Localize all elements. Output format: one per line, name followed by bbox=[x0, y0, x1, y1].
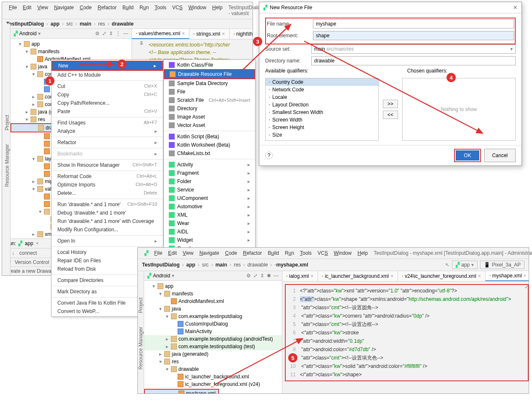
project-view-dropdown[interactable]: Android bbox=[19, 31, 36, 36]
submenu-item[interactable]: Wear▸ bbox=[164, 219, 255, 228]
submenu-item[interactable]: UiComponent▸ bbox=[164, 194, 255, 202]
submenu-item[interactable]: Service▸ bbox=[164, 186, 255, 194]
tree-node[interactable]: ▾java bbox=[144, 305, 282, 313]
tree-node[interactable]: myshape.xml bbox=[145, 390, 218, 393]
tree-node[interactable]: ▾res bbox=[144, 358, 282, 365]
submenu-item[interactable]: Kotlin Script (Beta) bbox=[164, 132, 255, 141]
editor-tab[interactable]: myshape.xml× bbox=[486, 271, 529, 281]
editor-tab[interactable]: v24\ic_launcher_foreground.xml× bbox=[398, 271, 486, 281]
menu-file[interactable]: File bbox=[152, 249, 165, 257]
hide-icon[interactable]: — bbox=[274, 273, 279, 279]
menu-code[interactable]: Code bbox=[77, 4, 94, 17]
tree-node[interactable]: ▾manifests bbox=[10, 48, 132, 55]
stop-icon[interactable]: ↓ bbox=[12, 250, 14, 256]
qualifier-item[interactable]: Country Code bbox=[266, 78, 378, 86]
settings-icon[interactable]: ⋮ bbox=[116, 31, 121, 36]
breadcrumb-item[interactable]: myshape.xml bbox=[276, 262, 308, 268]
menu-build[interactable]: Build bbox=[120, 4, 136, 17]
menu-help[interactable]: Help bbox=[355, 249, 370, 257]
qualifier-item[interactable]: Screen Height bbox=[266, 124, 378, 131]
editor-tab[interactable]: values\themes.xml× bbox=[132, 29, 189, 39]
tree-node[interactable]: MainActivity bbox=[144, 328, 282, 335]
menu-navigate[interactable]: Navigate bbox=[197, 249, 222, 257]
collapse-icon[interactable]: ⇕ bbox=[260, 273, 264, 279]
breadcrumb-item[interactable]: TestInputDialog bbox=[142, 262, 180, 268]
tree-node[interactable]: ▾app bbox=[10, 40, 132, 48]
tree-node[interactable]: ▸java (generated) bbox=[144, 350, 282, 358]
gear-icon[interactable]: ⚙ bbox=[246, 273, 251, 279]
menu-run[interactable]: Run bbox=[137, 4, 151, 17]
submenu-item[interactable]: Kotlin Worksheet (Beta) bbox=[164, 141, 255, 149]
qualifier-item[interactable]: Ratio bbox=[266, 139, 378, 141]
editor-tab[interactable]: ialog.xml× bbox=[282, 271, 318, 281]
hide-icon[interactable]: — bbox=[123, 31, 128, 36]
ok-button[interactable]: OK bbox=[456, 150, 479, 160]
editor-tab[interactable]: strings.xml× bbox=[189, 29, 229, 39]
context-menu-item[interactable]: Run 'drawable.* and 1 more'Ctrl+Shift+F1… bbox=[52, 200, 163, 209]
submenu-item[interactable]: Folder▸ bbox=[164, 177, 255, 186]
menu-file[interactable]: File bbox=[6, 4, 19, 17]
context-menu-item[interactable]: Add C++ to Module bbox=[52, 71, 163, 79]
menu-vcs[interactable]: VCS bbox=[315, 249, 331, 257]
code-editor[interactable]: 1<?"attr">class="kw">xml "attr">version=… bbox=[287, 287, 526, 379]
leftbar-resource-manager[interactable]: Resource Manager bbox=[138, 327, 144, 370]
tree-node[interactable]: ▸com.example.testinputdialog (androidTes… bbox=[144, 335, 282, 343]
context-menu-item[interactable]: Reformat CodeCtrl+Alt+L bbox=[52, 172, 163, 181]
help-icon[interactable]: ? bbox=[265, 152, 273, 159]
available-qualifiers-list[interactable]: Country CodeNetwork CodeLocaleLayout Dir… bbox=[265, 78, 379, 141]
submenu-item[interactable]: Drawable Resource File bbox=[165, 70, 254, 78]
submenu-item[interactable]: Activity▸ bbox=[164, 160, 255, 169]
submenu-item[interactable]: Automotive▸ bbox=[164, 202, 255, 211]
submenu-item[interactable]: Widget▸ bbox=[164, 236, 255, 244]
submenu-item[interactable]: File bbox=[164, 88, 255, 96]
context-menu-item[interactable]: Modify Run Configuration... bbox=[52, 225, 163, 234]
submenu-item[interactable]: Kotlin Class/File bbox=[164, 61, 255, 69]
submenu-item[interactable]: Fragment▸ bbox=[164, 169, 255, 177]
add-qualifier-button[interactable]: >> bbox=[383, 100, 398, 108]
qualifier-item[interactable]: Locale bbox=[266, 93, 378, 101]
tree-node[interactable]: ic_launcher_foreground.xml (v24) bbox=[144, 380, 282, 388]
root-element-input[interactable] bbox=[313, 31, 514, 40]
menu-vcs[interactable]: VCS bbox=[170, 4, 185, 17]
menu-navigate[interactable]: Navigate bbox=[52, 4, 76, 17]
menu-tools[interactable]: Tools bbox=[297, 249, 314, 257]
editor-tab[interactable]: night\th× bbox=[230, 29, 253, 39]
context-menu-item[interactable]: Open In bbox=[52, 237, 163, 245]
leftbar-resource-manager[interactable]: Resource Manager bbox=[4, 144, 10, 187]
submenu-item[interactable]: Sample Data Directory bbox=[164, 79, 255, 88]
submenu-item[interactable]: Image Asset bbox=[164, 113, 255, 121]
menu-tools[interactable]: Tools bbox=[152, 4, 169, 17]
breadcrumb-item[interactable]: res bbox=[98, 21, 105, 27]
tree-node[interactable]: ▾drawable bbox=[144, 365, 282, 373]
device-selector[interactable]: 📱 Pixel_3a_AP bbox=[480, 261, 524, 269]
breadcrumb-item[interactable]: main bbox=[80, 21, 91, 27]
context-menu-item[interactable]: Analyze bbox=[52, 127, 163, 135]
menu-run[interactable]: Run bbox=[282, 249, 297, 257]
context-menu-item[interactable]: Run 'drawable.* and 1 more' with Coverag… bbox=[52, 217, 163, 225]
menu-help[interactable]: Help bbox=[209, 4, 225, 17]
breadcrumb-item[interactable]: drawable bbox=[248, 262, 268, 268]
directory-name-input[interactable] bbox=[311, 56, 516, 65]
back-icon[interactable]: ↖ bbox=[445, 262, 449, 268]
context-menu-item[interactable]: Copy Path/Reference... bbox=[52, 99, 163, 107]
menu-code[interactable]: Code bbox=[222, 249, 240, 257]
remove-qualifier-button[interactable]: << bbox=[383, 111, 398, 119]
run-config-tab[interactable]: app bbox=[25, 241, 33, 246]
context-menu-item[interactable]: New bbox=[52, 62, 162, 70]
context-menu-item[interactable]: Refactor bbox=[52, 138, 163, 147]
editor-tab[interactable]: ic_launcher_background.xml× bbox=[318, 271, 398, 281]
menu-refactor[interactable]: Refactor bbox=[95, 4, 119, 17]
module-selector[interactable]: ▞app▾ bbox=[452, 261, 478, 269]
close-icon[interactable]: ✕ bbox=[513, 5, 517, 10]
version-control-tab[interactable]: Version Control bbox=[15, 259, 49, 265]
context-menu-item[interactable]: Find UsagesAlt+F7 bbox=[52, 119, 163, 127]
menu-window[interactable]: Window bbox=[186, 4, 209, 17]
tree-node[interactable]: ▸com.example.testinputdialog (test) bbox=[144, 343, 282, 350]
qualifier-item[interactable]: Smallest Screen Width bbox=[266, 109, 378, 116]
project-view-dropdown[interactable]: Android bbox=[153, 273, 170, 279]
submenu-item[interactable]: AIDL▸ bbox=[164, 228, 255, 236]
expand-icon[interactable]: ⤢ bbox=[102, 31, 106, 36]
tree-node[interactable]: CustomInputDialog bbox=[144, 320, 282, 328]
menu-window[interactable]: Window bbox=[331, 249, 354, 257]
submenu-item[interactable]: Scratch FileCtrl+Alt+Shift+Insert bbox=[164, 96, 255, 104]
